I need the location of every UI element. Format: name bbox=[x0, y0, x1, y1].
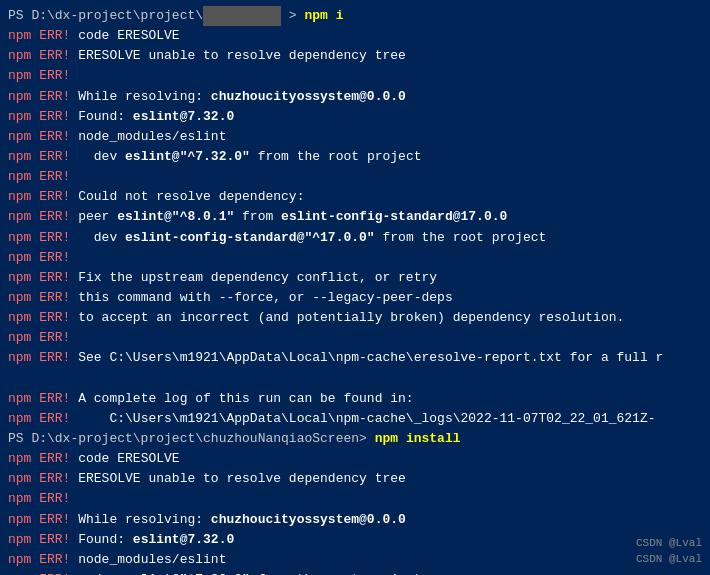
npm-err-label: npm ERR! bbox=[8, 167, 70, 187]
line-6: npm ERR! Found: eslint@7.32.0 bbox=[8, 107, 702, 127]
err-text: peer bbox=[78, 207, 117, 227]
err-the: the bbox=[421, 228, 444, 248]
err-text: code ERESOLVE bbox=[78, 26, 179, 46]
line-14: npm ERR! Fix the upstream dependency con… bbox=[8, 268, 702, 288]
err-package: eslint@7.32.0 bbox=[133, 530, 234, 550]
err-text: node_modules/eslint bbox=[78, 550, 226, 570]
npm-err-label: npm ERR! bbox=[8, 449, 78, 469]
watermark-line2: CSDN @Lval bbox=[636, 552, 702, 567]
line-7: npm ERR! node_modules/eslint bbox=[8, 127, 702, 147]
line-22: PS D:\dx-project\project\chuzhouNanqiaoS… bbox=[8, 429, 702, 449]
err-text: A complete log of this run can be found … bbox=[78, 389, 413, 409]
line-5: npm ERR! While resolving: chuzhoucityoss… bbox=[8, 87, 702, 107]
line-27: npm ERR! Found: eslint@7.32.0 bbox=[8, 530, 702, 550]
npm-err-label: npm ERR! bbox=[8, 510, 78, 530]
err-text: ERESOLVE unable to resolve dependency tr… bbox=[78, 46, 406, 66]
line-20: npm ERR! A complete log of this run can … bbox=[8, 389, 702, 409]
line-15: npm ERR! this command with --force, or -… bbox=[8, 288, 702, 308]
err-text: from bbox=[234, 207, 281, 227]
ps-prompt-1: PS D:\dx-project\project\ bbox=[8, 6, 203, 26]
err-package: eslint-config-standard@"^17.0.0" bbox=[125, 228, 375, 248]
line-18: npm ERR! See C:\Users\m1921\AppData\Loca… bbox=[8, 348, 702, 368]
line-3: npm ERR! ERESOLVE unable to resolve depe… bbox=[8, 46, 702, 66]
cmd-npm-install: npm install bbox=[375, 429, 461, 449]
npm-err-label: npm ERR! bbox=[8, 107, 78, 127]
npm-err-label: npm ERR! bbox=[8, 308, 78, 328]
err-text: from bbox=[250, 147, 297, 167]
watermark: CSDN @Lval CSDN @Lval bbox=[636, 536, 702, 567]
npm-err-label: npm ERR! bbox=[8, 530, 78, 550]
npm-err-label: npm ERR! bbox=[8, 87, 78, 107]
err-text: Fix the upstream dependency conflict, or… bbox=[78, 268, 437, 288]
err-text: Found: bbox=[78, 107, 133, 127]
npm-err-label: npm ERR! bbox=[8, 147, 78, 167]
err-package: chuzhoucityossystem@0.0.0 bbox=[211, 510, 406, 530]
line-23: npm ERR! code ERESOLVE bbox=[8, 449, 702, 469]
err-text: dev bbox=[78, 228, 125, 248]
line-19-blank bbox=[8, 369, 702, 389]
npm-err-label: npm ERR! bbox=[8, 66, 70, 86]
err-text: this command with --force, or --legacy-p… bbox=[78, 288, 452, 308]
npm-err-label: npm ERR! bbox=[8, 328, 70, 348]
line-9: npm ERR! bbox=[8, 167, 702, 187]
npm-err-label: npm ERR! bbox=[8, 46, 78, 66]
npm-err-label: npm ERR! bbox=[8, 187, 78, 207]
npm-err-label: npm ERR! bbox=[8, 389, 78, 409]
npm-err-label: npm ERR! bbox=[8, 207, 78, 227]
line-4: npm ERR! bbox=[8, 66, 702, 86]
line-2: npm ERR! code ERESOLVE bbox=[8, 26, 702, 46]
err-package: eslint@"^8.0.1" bbox=[117, 207, 234, 227]
err-text: code ERESOLVE bbox=[78, 449, 179, 469]
line-16: npm ERR! to accept an incorrect (and pot… bbox=[8, 308, 702, 328]
npm-err-label: npm ERR! bbox=[8, 228, 78, 248]
err-package: chuzhoucityossystem@0.0.0 bbox=[211, 87, 406, 107]
cmd-npm-i: npm i bbox=[304, 6, 343, 26]
err-text: See C:\Users\m1921\AppData\Local\npm-cac… bbox=[78, 348, 663, 368]
line-1: PS D:\dx-project\project\██████████ > np… bbox=[8, 6, 702, 26]
err-package2: eslint-config-standard@17.0.0 bbox=[281, 207, 507, 227]
err-text: C:\Users\m1921\AppData\Local\npm-cache\_… bbox=[78, 409, 655, 429]
line-28: npm ERR! node_modules/eslint bbox=[8, 550, 702, 570]
err-text: root project bbox=[320, 147, 421, 167]
npm-err-label: npm ERR! bbox=[8, 248, 70, 268]
line-17: npm ERR! bbox=[8, 328, 702, 348]
npm-err-label: npm ERR! bbox=[8, 489, 70, 509]
err-text: dev bbox=[78, 570, 125, 575]
redacted-path: ██████████ bbox=[203, 6, 281, 26]
err-package: eslint@"^7.32.0" bbox=[125, 570, 250, 575]
npm-err-label: npm ERR! bbox=[8, 550, 78, 570]
npm-err-label: npm ERR! bbox=[8, 26, 78, 46]
err-text: dev bbox=[78, 147, 125, 167]
err-the: the bbox=[297, 147, 320, 167]
err-text: node_modules/eslint bbox=[78, 127, 226, 147]
npm-err-label: npm ERR! bbox=[8, 288, 78, 308]
line-11: npm ERR! peer eslint@"^8.0.1" from eslin… bbox=[8, 207, 702, 227]
err-text: While resolving: bbox=[78, 87, 211, 107]
err-text: Found: bbox=[78, 530, 133, 550]
line-26: npm ERR! While resolving: chuzhoucityoss… bbox=[8, 510, 702, 530]
err-text: While resolving: bbox=[78, 510, 211, 530]
err-text: Could not resolve dependency: bbox=[78, 187, 304, 207]
err-package: eslint@7.32.0 bbox=[133, 107, 234, 127]
npm-err-label: npm ERR! bbox=[8, 348, 78, 368]
npm-err-label: npm ERR! bbox=[8, 127, 78, 147]
watermark-line1: CSDN @Lval bbox=[636, 536, 702, 551]
ps-prompt-2: PS D:\dx-project\project\chuzhouNanqiaoS… bbox=[8, 429, 375, 449]
err-text: ERESOLVE unable to resolve dependency tr… bbox=[78, 469, 406, 489]
line-10: npm ERR! Could not resolve dependency: bbox=[8, 187, 702, 207]
line-21: npm ERR! C:\Users\m1921\AppData\Local\np… bbox=[8, 409, 702, 429]
line-12: npm ERR! dev eslint-config-standard@"^17… bbox=[8, 228, 702, 248]
npm-err-label: npm ERR! bbox=[8, 469, 78, 489]
err-text: from bbox=[375, 228, 422, 248]
line-13: npm ERR! bbox=[8, 248, 702, 268]
terminal-window: PS D:\dx-project\project\██████████ > np… bbox=[0, 0, 710, 575]
line-24: npm ERR! ERESOLVE unable to resolve depe… bbox=[8, 469, 702, 489]
npm-err-label: npm ERR! bbox=[8, 268, 78, 288]
err-text: to accept an incorrect (and potentially … bbox=[78, 308, 624, 328]
err-text: root project bbox=[445, 228, 546, 248]
npm-err-label: npm ERR! bbox=[8, 570, 78, 575]
err-package: eslint@"^7.32.0" bbox=[125, 147, 250, 167]
line-25: npm ERR! bbox=[8, 489, 702, 509]
err-text: from the root project bbox=[250, 570, 422, 575]
npm-err-label: npm ERR! bbox=[8, 409, 78, 429]
